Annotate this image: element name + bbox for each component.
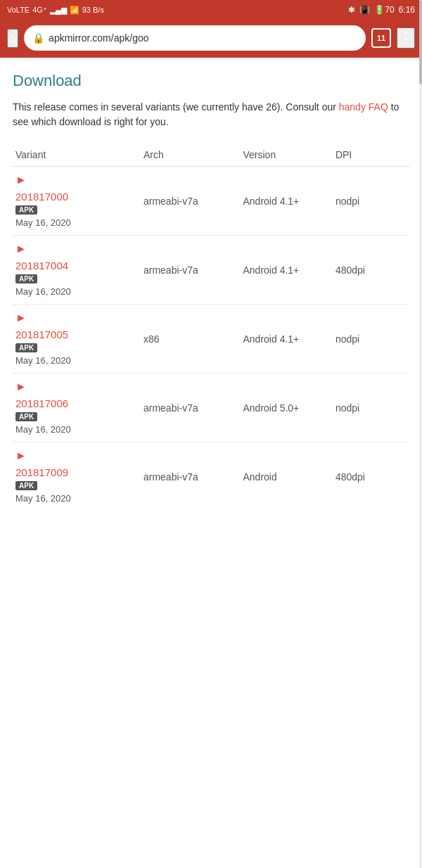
- apk-badge: APK: [15, 412, 37, 421]
- variant-date: May 16, 2020: [15, 493, 143, 504]
- variant-date: May 16, 2020: [15, 286, 143, 297]
- apk-badge: APK: [15, 205, 37, 215]
- network-indicator: 4G⁺: [32, 6, 47, 15]
- variant-info: ► 201817009 APK May 16, 2020: [15, 449, 143, 504]
- volte-indicator: VoLTE: [7, 6, 30, 14]
- bookmark-icon: ►: [15, 312, 143, 324]
- variant-number[interactable]: 201817005: [15, 328, 143, 340]
- bookmark-icon: ►: [15, 243, 143, 255]
- variant-version: Android 4.1+: [243, 196, 335, 207]
- variant-version: Android: [243, 471, 335, 483]
- variant-dpi: nodpi: [335, 402, 407, 414]
- tab-count-button[interactable]: 11: [371, 28, 391, 48]
- url-bar[interactable]: 🔒 apkmirror.com/apk/goo: [24, 25, 366, 51]
- variant-arch: armeabi-v7a: [143, 402, 243, 414]
- variant-version: Android 4.1+: [243, 264, 335, 276]
- variant-number[interactable]: 201817009: [15, 466, 143, 478]
- variant-info: ► 201817000 APK May 16, 2020: [15, 174, 143, 228]
- variant-date: May 16, 2020: [15, 217, 143, 228]
- variant-date: May 16, 2020: [15, 424, 143, 435]
- intro-paragraph: This release comes in several variants (…: [13, 100, 409, 129]
- page-content: Download This release comes in several v…: [0, 58, 422, 520]
- apk-badge: APK: [15, 274, 37, 283]
- header-version: Version: [243, 149, 335, 160]
- header-dpi: DPI: [335, 149, 407, 160]
- table-row[interactable]: ► 201817004 APK May 16, 2020 armeabi-v7a…: [13, 236, 409, 305]
- intro-text-1: This release comes in several variants (…: [13, 101, 339, 113]
- bluetooth-icon: ✱: [348, 5, 355, 15]
- variant-dpi: 480dpi: [335, 264, 407, 276]
- variant-dpi: 480dpi: [335, 471, 407, 483]
- section-title: Download: [13, 72, 409, 90]
- browser-chrome: ⌂ 🔒 apkmirror.com/apk/goo 11 ⋮: [0, 20, 422, 58]
- lock-icon: 🔒: [32, 32, 44, 44]
- status-left: VoLTE 4G⁺ ▂▄▆ 📶 93 B/s: [7, 6, 104, 15]
- status-right: ✱ 📳 🔋70 6:16: [348, 5, 415, 15]
- header-arch: Arch: [143, 149, 243, 160]
- variant-arch: armeabi-v7a: [143, 471, 243, 483]
- wifi-icon: 📶: [70, 6, 79, 15]
- url-text: apkmirror.com/apk/goo: [49, 32, 148, 44]
- variant-info: ► 201817005 APK May 16, 2020: [15, 312, 143, 366]
- scrollbar-thumb: [419, 0, 422, 84]
- table-row[interactable]: ► 201817005 APK May 16, 2020 x86 Android…: [13, 305, 409, 374]
- apk-badge: APK: [15, 481, 37, 490]
- variant-number[interactable]: 201817000: [15, 191, 143, 203]
- variant-arch: armeabi-v7a: [143, 196, 243, 207]
- variant-number[interactable]: 201817006: [15, 397, 143, 409]
- variant-number[interactable]: 201817004: [15, 260, 143, 272]
- time-display: 6:16: [399, 5, 415, 15]
- table-header: Variant Arch Version DPI: [13, 143, 409, 167]
- home-button[interactable]: ⌂: [7, 29, 18, 48]
- scrollbar-track: [419, 0, 422, 520]
- battery-indicator: 🔋70: [374, 5, 394, 15]
- variant-dpi: nodpi: [335, 196, 407, 207]
- variant-arch: armeabi-v7a: [143, 264, 243, 276]
- bookmark-icon: ►: [15, 381, 143, 393]
- table-row[interactable]: ► 201817009 APK May 16, 2020 armeabi-v7a…: [13, 442, 409, 506]
- network-speed: 93 B/s: [82, 6, 104, 14]
- table-row[interactable]: ► 201817000 APK May 16, 2020 armeabi-v7a…: [13, 167, 409, 236]
- table-row[interactable]: ► 201817006 APK May 16, 2020 armeabi-v7a…: [13, 374, 409, 442]
- status-bar: VoLTE 4G⁺ ▂▄▆ 📶 93 B/s ✱ 📳 🔋70 6:16: [0, 0, 422, 20]
- variant-info: ► 201817006 APK May 16, 2020: [15, 381, 143, 435]
- bookmark-icon: ►: [15, 174, 143, 186]
- vibrate-icon: 📳: [359, 5, 370, 15]
- header-variant: Variant: [15, 149, 143, 160]
- apk-badge: APK: [15, 343, 37, 352]
- variant-version: Android 5.0+: [243, 402, 335, 414]
- faq-link[interactable]: handy FAQ: [339, 101, 388, 113]
- signal-bars: ▂▄▆: [50, 6, 67, 15]
- browser-menu-button[interactable]: ⋮: [397, 27, 415, 49]
- variant-version: Android 4.1+: [243, 333, 335, 345]
- variants-list: ► 201817000 APK May 16, 2020 armeabi-v7a…: [13, 167, 409, 506]
- variant-date: May 16, 2020: [15, 355, 143, 366]
- variant-info: ► 201817004 APK May 16, 2020: [15, 243, 143, 297]
- variant-arch: x86: [143, 333, 243, 345]
- variant-dpi: nodpi: [335, 333, 407, 345]
- bookmark-icon: ►: [15, 449, 143, 462]
